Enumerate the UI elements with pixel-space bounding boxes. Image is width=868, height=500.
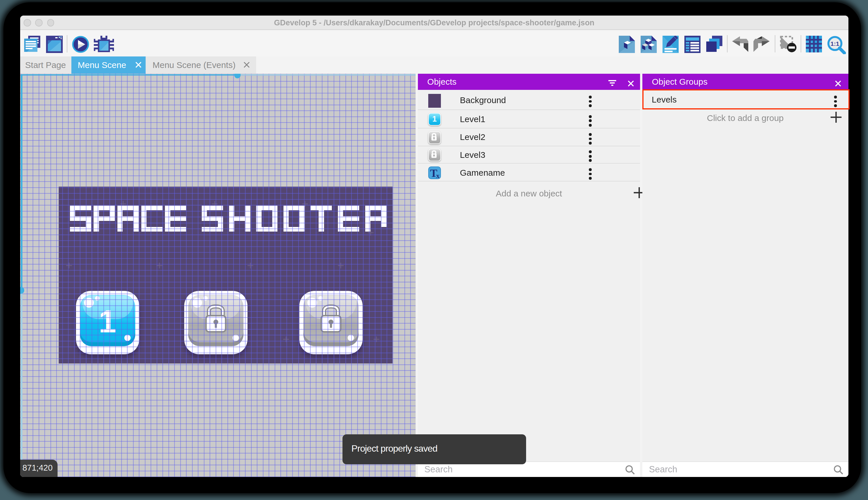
svg-text:1:1: 1:1: [831, 40, 840, 47]
